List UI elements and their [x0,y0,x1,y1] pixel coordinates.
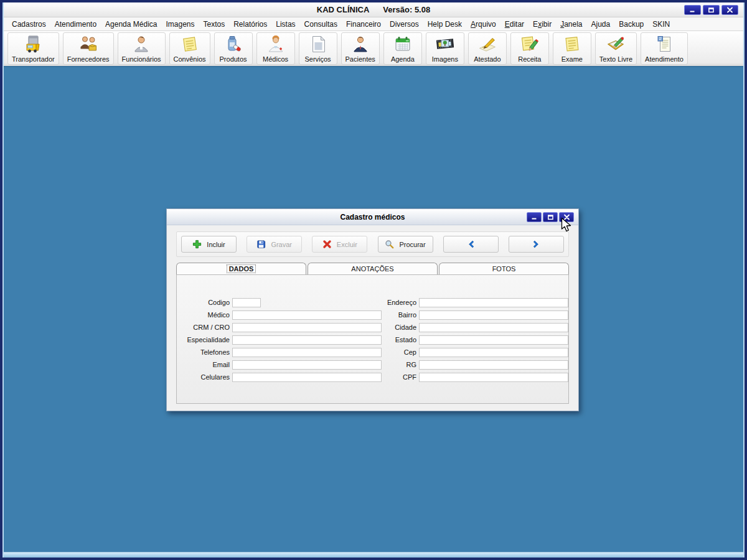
field-input[interactable] [232,310,382,320]
plus-icon [192,240,202,249]
toolbar-button[interactable]: Transportador [7,32,59,65]
calendar-icon [392,34,413,54]
toolbar-button-label: Médicos [263,55,288,63]
toolbar-button[interactable]: Atestado [468,32,507,65]
window-control-button[interactable] [703,5,720,15]
dialog-window-controls [527,212,574,222]
menu-item[interactable]: Backup [614,19,648,30]
field-input[interactable] [419,348,568,357]
menu-item[interactable]: Arquivo [466,19,500,30]
tab-label: FOTOS [491,265,518,273]
prescription-icon [519,34,540,54]
field-input[interactable] [232,348,382,357]
toolbar-button-label: Exame [561,55,583,63]
form-field-row: Codigo [183,296,382,309]
field-input[interactable] [419,360,568,370]
window-control-button[interactable] [543,212,558,222]
exam-note-icon [561,34,583,54]
form-field-row: Cidade [370,321,568,334]
incluir-button[interactable]: Incluir [181,236,237,253]
previous-button[interactable] [443,236,499,253]
toolbar-button[interactable]: Fornecedores [63,32,114,65]
field-label: CPF [370,373,419,381]
procurar-button[interactable]: Procurar [378,236,433,253]
field-label: Telefones [183,348,232,356]
tab[interactable]: FOTOS [439,263,569,274]
field-input[interactable] [419,323,568,332]
next-button[interactable] [509,236,564,253]
field-label: Cep [370,348,419,356]
menu-item[interactable]: Listas [271,19,299,30]
menu-item[interactable]: Consultas [300,19,342,30]
toolbar-button-label: Produtos [220,55,247,63]
toolbar-button[interactable]: Convênios [169,32,210,65]
menu-item[interactable]: Help Desk [423,19,466,30]
menu-item[interactable]: Agenda Médica [101,19,161,30]
tab-label: DADOS [227,265,256,273]
menu-item[interactable]: Editar [500,19,529,30]
toolbar-button[interactable]: Serviços [299,32,337,65]
field-input[interactable] [232,360,382,370]
toolbar-button[interactable]: Produtos [214,32,253,65]
toolbar-button-label: Texto Livre [599,55,632,63]
toolbar-button[interactable]: Imagens [426,32,464,65]
toolbar-button[interactable]: Atendimento [641,32,688,65]
form-field-row: Email [183,358,382,371]
field-input[interactable] [419,373,568,382]
dialog-tabs: DADOS ANOTAÇÕES FOTOS [176,263,569,274]
toolbar-button-label: Convênios [174,55,206,63]
menu-item[interactable]: Cadastros [7,19,50,30]
field-label: Codigo [183,299,232,306]
tab[interactable]: DADOS [176,263,306,274]
dados-tab-panel: Codigo Médico CRM / CRO Especialidade [176,274,569,404]
toolbar-button-label: Agenda [391,55,415,63]
gravar-button[interactable]: Gravar [247,236,302,253]
window-control-button[interactable] [684,5,701,15]
toolbar-button[interactable]: Médicos [256,32,295,65]
toolbar-button[interactable]: Exame [553,32,591,65]
toolbar-button-label: Funcionários [122,55,161,63]
toolbar-button-label: Atendimento [645,55,684,63]
menu-item[interactable]: Exibir [529,19,556,30]
field-input[interactable] [419,335,568,345]
action-button-label: Incluir [207,241,225,248]
maximize-icon [708,7,715,13]
menu-item[interactable]: Atendimento [50,19,101,30]
toolbar-button[interactable]: Texto Livre [595,32,637,65]
tab[interactable]: ANOTAÇÕES [308,263,438,274]
toolbar-button[interactable]: Agenda [383,32,422,65]
menu-item[interactable]: Janela [556,19,586,30]
search-icon [385,240,394,249]
menu-item[interactable]: Textos [199,19,230,30]
toolbar-button[interactable]: Funcionários [118,32,166,65]
form-column-right: Endereço Bairro Cidade Estado [370,296,568,383]
field-input[interactable] [232,298,261,307]
minimize-icon [531,214,538,220]
excluir-button[interactable]: Excluir [312,236,367,253]
window-control-button[interactable] [721,5,738,15]
field-input[interactable] [419,310,568,320]
menu-item[interactable]: Relatórios [229,19,271,30]
form-field-row: Celulares [183,371,382,383]
form-field-row: Especialidade [183,334,382,346]
menu-item[interactable]: SKIN [648,19,674,30]
maximize-icon [547,214,554,220]
field-input[interactable] [419,298,568,307]
menu-item[interactable]: Diversos [385,19,423,30]
field-label: Especialidade [183,336,232,343]
window-control-button[interactable] [527,212,542,222]
field-label: Bairro [370,311,419,319]
menu-item[interactable]: Ajuda [587,19,615,30]
toolbar-button[interactable]: Receita [510,32,549,65]
form-field-row: Médico [183,309,382,321]
dialog-titlebar[interactable]: Cadastro médicos [167,209,578,225]
suppliers-icon [78,34,99,54]
field-input[interactable] [232,323,382,332]
menu-item[interactable]: Financeiro [342,19,385,30]
menu-bar: Cadastros Atendimento Agenda Médica Imag… [4,17,743,31]
field-input[interactable] [232,335,382,345]
toolbar-button[interactable]: Pacientes [341,32,380,65]
field-input[interactable] [232,373,382,382]
window-control-button[interactable] [559,212,574,222]
menu-item[interactable]: Imagens [161,19,199,30]
